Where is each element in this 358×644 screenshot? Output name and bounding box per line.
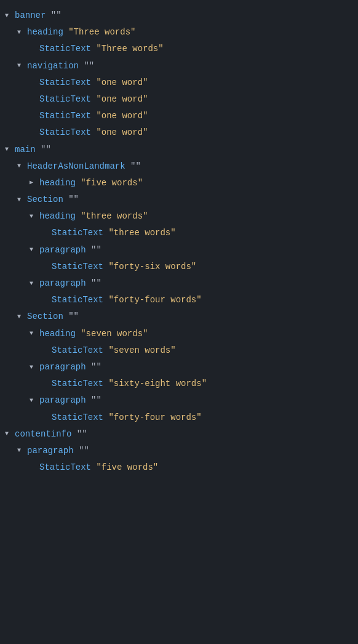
- node-row-section-2[interactable]: Section "": [0, 308, 358, 325]
- toggle-section1-para2[interactable]: [30, 278, 38, 289]
- node-value-main-heading: "five words": [76, 175, 143, 191]
- node-type-section1-heading: heading: [39, 209, 76, 224]
- tree-item-section2-para2: paragraph "": [0, 392, 358, 409]
- node-row-nav-static-1: StaticText "one word": [0, 74, 358, 91]
- toggle-contentinfo[interactable]: [5, 429, 14, 440]
- tree-item-contentinfo: contentinfo "": [0, 426, 358, 443]
- tree-item-main-heading: heading "five words": [0, 175, 358, 191]
- toggle-section2-para1[interactable]: [30, 362, 38, 373]
- node-row-section2-para2[interactable]: paragraph "": [0, 392, 358, 409]
- toggle-section1-para1[interactable]: [30, 244, 38, 256]
- tree-item-main: main "": [0, 142, 358, 158]
- node-row-section2-para1-static: StaticText "sixty-eight words": [0, 376, 358, 392]
- node-value-nav-static-2: "one word": [91, 92, 148, 107]
- toggle-section-1[interactable]: [17, 195, 26, 206]
- toggle-banner-heading[interactable]: [17, 27, 26, 38]
- node-value-section2-para2: "": [86, 393, 101, 408]
- tree-item-header-non-landmark: HeaderAsNonLandmark "": [0, 158, 358, 175]
- toggle-main[interactable]: [5, 144, 14, 155]
- node-row-section-1[interactable]: Section "": [0, 191, 358, 208]
- node-value-nav-static-4: "one word": [91, 125, 148, 140]
- toggle-section1-heading[interactable]: [30, 211, 38, 222]
- toggle-main-heading[interactable]: [30, 177, 38, 188]
- tree-item-section2-para2-static: StaticText "forty-four words": [0, 409, 358, 426]
- node-type-section-2: Section: [27, 309, 63, 324]
- node-row-section1-para2[interactable]: paragraph "": [0, 275, 358, 292]
- node-type-section1-para1-static: StaticText: [52, 259, 103, 275]
- node-type-navigation: navigation: [27, 58, 79, 74]
- node-value-section1-para1-static: "forty-six words": [103, 259, 196, 275]
- node-row-nav-static-4: StaticText "one word": [0, 124, 358, 141]
- node-value-section1-heading: "three words": [76, 209, 148, 224]
- node-type-nav-static-2: StaticText: [39, 92, 91, 107]
- node-value-section1-heading-static: "three words": [103, 225, 176, 241]
- node-row-banner-heading[interactable]: heading "Three words": [0, 24, 358, 41]
- node-row-main[interactable]: main "": [0, 142, 358, 158]
- toggle-navigation[interactable]: [17, 60, 26, 71]
- node-type-banner: banner: [15, 8, 46, 23]
- node-value-section2-heading: "seven words": [76, 326, 148, 342]
- node-value-section2-para1: "": [86, 360, 101, 375]
- node-row-header-non-landmark[interactable]: HeaderAsNonLandmark "": [0, 158, 358, 175]
- node-type-section1-heading-static: StaticText: [52, 225, 103, 241]
- node-type-section2-heading-static: StaticText: [52, 343, 103, 358]
- toggle-contentinfo-para[interactable]: [17, 445, 26, 456]
- node-type-nav-static-1: StaticText: [39, 75, 91, 91]
- node-type-contentinfo: contentinfo: [15, 427, 71, 442]
- node-type-section2-para2: paragraph: [39, 393, 86, 408]
- tree-item-banner-heading: heading "Three words": [0, 24, 358, 41]
- tree-item-section2-para1-static: StaticText "sixty-eight words": [0, 376, 358, 392]
- toggle-banner[interactable]: [5, 10, 14, 22]
- tree-item-nav-static-1: StaticText "one word": [0, 74, 358, 91]
- tree-item-section1-para2-static: StaticText "forty-four words": [0, 292, 358, 308]
- node-type-main: main: [15, 142, 36, 158]
- node-row-contentinfo-para[interactable]: paragraph "": [0, 443, 358, 459]
- node-value-navigation: "": [79, 58, 94, 74]
- node-row-banner[interactable]: banner "": [0, 7, 358, 24]
- tree-item-section2-para1: paragraph "": [0, 359, 358, 376]
- node-row-main-heading[interactable]: heading "five words": [0, 175, 358, 191]
- tree-item-section1-para2: paragraph "": [0, 275, 358, 292]
- tree-item-section1-heading: heading "three words": [0, 208, 358, 225]
- node-row-nav-static-2: StaticText "one word": [0, 91, 358, 108]
- node-value-static-1: "Three words": [91, 41, 164, 57]
- node-row-banner-heading-static: StaticText "Three words": [0, 41, 358, 57]
- toggle-section2-heading[interactable]: [30, 328, 38, 339]
- node-row-section1-heading[interactable]: heading "three words": [0, 208, 358, 225]
- toggle-header-non-landmark[interactable]: [17, 161, 26, 172]
- node-value-section-2: "": [63, 309, 79, 324]
- tree-item-section1-para1-static: StaticText "forty-six words": [0, 259, 358, 275]
- tree-item-banner: banner "": [0, 7, 358, 24]
- node-row-section2-heading-static: StaticText "seven words": [0, 342, 358, 359]
- node-type-section2-heading: heading: [39, 326, 76, 342]
- tree-item-section-1: Section "": [0, 191, 358, 208]
- node-value-contentinfo-static: "five words": [91, 460, 158, 475]
- node-value-nav-static-1: "one word": [91, 75, 148, 91]
- node-row-section2-para2-static: StaticText "forty-four words": [0, 409, 358, 426]
- tree-item-nav-static-4: StaticText "one word": [0, 124, 358, 141]
- node-type-nav-static-3: StaticText: [39, 108, 91, 124]
- toggle-section-2[interactable]: [17, 312, 26, 323]
- node-value-contentinfo: "": [71, 427, 87, 442]
- node-type-header-non-landmark: HeaderAsNonLandmark: [27, 159, 125, 174]
- node-value-nav-static-3: "one word": [91, 108, 148, 124]
- tree-item-section1-heading-static: StaticText "three words": [0, 225, 358, 241]
- node-row-section1-para1[interactable]: paragraph "": [0, 242, 358, 259]
- node-row-contentinfo[interactable]: contentinfo "": [0, 426, 358, 443]
- toggle-section2-para2[interactable]: [30, 395, 38, 406]
- node-row-section1-para2-static: StaticText "forty-four words": [0, 292, 358, 308]
- node-row-nav-static-3: StaticText "one word": [0, 108, 358, 124]
- node-row-section1-para1-static: StaticText "forty-six words": [0, 259, 358, 275]
- node-row-section2-para1[interactable]: paragraph "": [0, 359, 358, 376]
- node-row-navigation[interactable]: navigation "": [0, 58, 358, 74]
- tree-item-contentinfo-para: paragraph "": [0, 443, 358, 459]
- node-type-contentinfo-static: StaticText: [39, 460, 91, 475]
- node-row-section2-heading[interactable]: heading "seven words": [0, 326, 358, 342]
- node-row-contentinfo-static: StaticText "five words": [0, 459, 358, 476]
- tree-item-nav-static-3: StaticText "one word": [0, 108, 358, 124]
- node-value-banner: "": [46, 8, 61, 23]
- tree-item-section-2: Section "": [0, 308, 358, 325]
- node-value-main: "": [36, 142, 51, 158]
- node-value-section2-heading-static: "seven words": [103, 343, 176, 358]
- node-type-section1-para2-static: StaticText: [52, 292, 103, 308]
